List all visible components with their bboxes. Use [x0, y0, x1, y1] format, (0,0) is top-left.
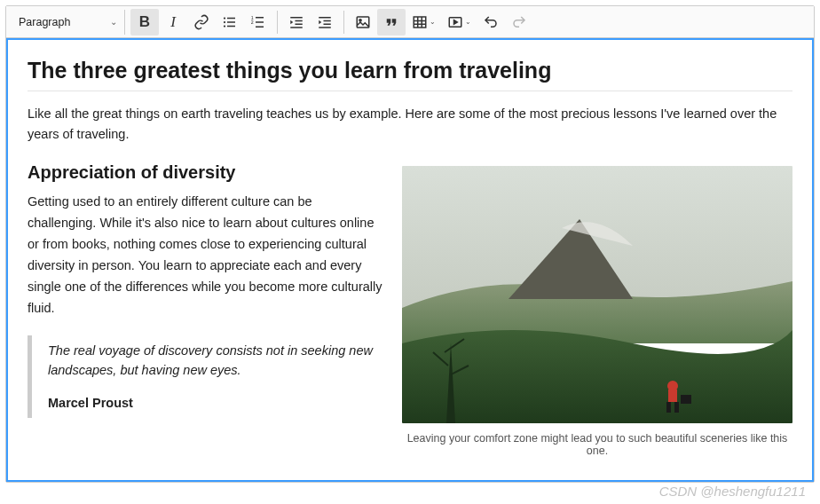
chevron-down-icon: ⌄	[430, 18, 436, 26]
italic-icon: I	[170, 13, 176, 31]
svg-rect-7	[256, 17, 264, 19]
numbered-list-button[interactable]: 12	[244, 9, 272, 35]
svg-point-4	[224, 25, 225, 27]
body-row: Appreciation of diversity Getting used t…	[28, 162, 792, 457]
svg-rect-31	[674, 402, 679, 413]
svg-rect-1	[227, 17, 235, 19]
editor-container: Paragraph ⌄ B I 12 ⌄ ⌄ The three greates…	[5, 5, 815, 483]
watermark: CSDN @heshengfu1211	[659, 484, 806, 499]
svg-rect-21	[414, 17, 426, 28]
bullet-list-icon	[222, 14, 238, 30]
outdent-button[interactable]	[282, 9, 311, 35]
quote-icon	[383, 14, 399, 30]
image-button[interactable]	[349, 9, 377, 35]
chevron-down-icon: ⌄	[110, 17, 117, 27]
numbered-list-icon: 12	[250, 14, 266, 30]
figure[interactable]: Leaving your comfort zone might lead you…	[402, 166, 792, 457]
separator	[277, 11, 278, 34]
link-button[interactable]	[187, 9, 216, 35]
undo-icon	[483, 14, 499, 30]
image-caption[interactable]: Leaving your comfort zone might lead you…	[402, 432, 792, 457]
svg-rect-14	[290, 27, 303, 28]
bold-icon: B	[139, 13, 150, 31]
bold-button[interactable]: B	[130, 9, 159, 35]
svg-rect-10	[256, 26, 264, 28]
svg-point-2	[224, 20, 225, 22]
toolbar: Paragraph ⌄ B I 12 ⌄ ⌄	[6, 6, 814, 38]
svg-text:2: 2	[251, 20, 254, 25]
svg-rect-29	[668, 390, 677, 402]
heading-label: Paragraph	[19, 16, 70, 28]
svg-rect-15	[319, 17, 331, 19]
blockquote[interactable]: The real voyage of discovery consists no…	[28, 335, 382, 418]
heading-dropdown[interactable]: Paragraph ⌄	[12, 10, 125, 35]
landscape-image	[402, 166, 792, 423]
svg-rect-3	[227, 21, 235, 23]
indent-button[interactable]	[311, 9, 339, 35]
page-title[interactable]: The three greatest things you learn from…	[28, 58, 792, 91]
body-paragraph[interactable]: Getting used to an entirely different cu…	[28, 192, 382, 319]
svg-rect-9	[256, 21, 264, 23]
chevron-down-icon: ⌄	[465, 18, 471, 26]
blockquote-button[interactable]	[377, 9, 406, 35]
media-button[interactable]: ⌄	[441, 9, 477, 35]
redo-button[interactable]	[505, 9, 533, 35]
image-icon	[355, 14, 371, 30]
svg-rect-16	[324, 20, 331, 21]
svg-rect-11	[290, 17, 303, 19]
table-button[interactable]: ⌄	[406, 9, 441, 35]
link-icon	[193, 14, 209, 30]
svg-rect-5	[227, 25, 235, 27]
intro-paragraph[interactable]: Like all the great things on earth trave…	[28, 104, 792, 145]
media-icon	[447, 14, 463, 30]
svg-rect-30	[666, 402, 671, 413]
outdent-icon	[288, 14, 304, 30]
quote-author: Marcel Proust	[48, 393, 382, 413]
svg-point-0	[224, 17, 225, 19]
svg-rect-12	[296, 20, 303, 21]
svg-rect-18	[319, 27, 331, 28]
subheading[interactable]: Appreciation of diversity	[28, 162, 382, 183]
italic-button[interactable]: I	[159, 9, 187, 35]
svg-rect-13	[296, 23, 303, 25]
redo-icon	[511, 14, 527, 30]
svg-point-20	[359, 19, 361, 20]
quote-text: The real voyage of discovery consists no…	[48, 343, 373, 377]
indent-icon	[317, 14, 333, 30]
separator	[343, 11, 344, 34]
svg-rect-17	[324, 23, 331, 25]
svg-rect-32	[681, 395, 691, 404]
undo-button[interactable]	[477, 9, 505, 35]
bullet-list-button[interactable]	[216, 9, 244, 35]
editor-content[interactable]: The three greatest things you learn from…	[6, 38, 814, 482]
table-icon	[412, 14, 428, 30]
body-left: Appreciation of diversity Getting used t…	[28, 162, 382, 418]
